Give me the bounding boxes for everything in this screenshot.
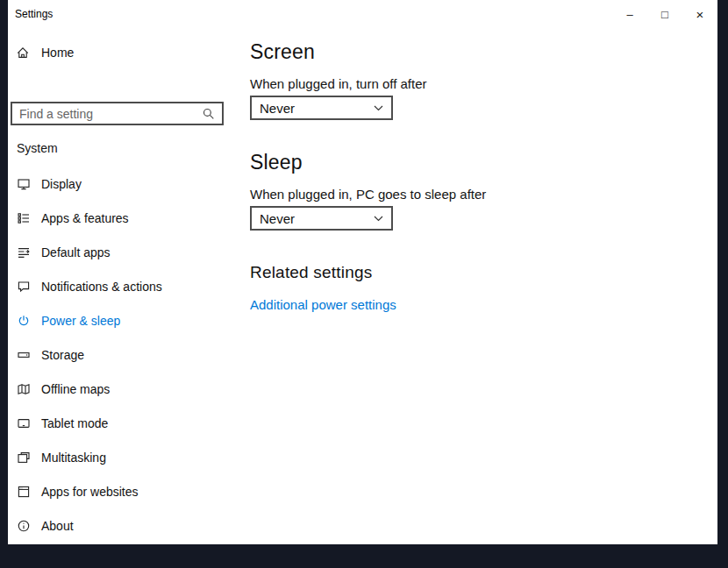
settings-window: Settings – □ × Home (8, 0, 717, 544)
sidebar-item-about[interactable]: About (8, 508, 241, 543)
offline-maps-icon (16, 381, 31, 396)
about-icon (16, 518, 31, 533)
sidebar-item-label: Display (41, 177, 82, 191)
sidebar-item-label: Apps for websites (41, 485, 139, 499)
screen-timeout-dropdown[interactable]: Never (250, 96, 393, 120)
display-icon (16, 176, 31, 191)
notifications-icon (16, 279, 31, 294)
window-title: Settings (8, 8, 53, 20)
maximize-button[interactable]: □ (647, 0, 682, 28)
sidebar-nav-list: Display Apps & features (8, 167, 241, 543)
sidebar-item-multitasking[interactable]: Multitasking (8, 440, 241, 474)
sidebar-item-storage[interactable]: Storage (8, 337, 241, 372)
sidebar-item-notifications[interactable]: Notifications & actions (8, 269, 241, 303)
sleep-timeout-value: Never (260, 211, 295, 226)
apps-features-icon (16, 210, 31, 225)
search-box[interactable] (11, 102, 224, 125)
sidebar-item-display[interactable]: Display (8, 167, 241, 201)
sidebar-item-label: Multitasking (41, 451, 106, 465)
sidebar-item-label: Storage (41, 348, 84, 362)
sidebar-item-apps-features[interactable]: Apps & features (8, 201, 241, 235)
tablet-mode-icon (16, 415, 31, 430)
titlebar: Settings – □ × (8, 0, 717, 28)
sidebar-item-label: Notifications & actions (41, 280, 162, 294)
main-content: Screen When plugged in, turn off after N… (250, 28, 717, 544)
screen-timeout-value: Never (260, 101, 295, 116)
storage-icon (16, 347, 31, 362)
close-button[interactable]: × (682, 0, 717, 28)
sidebar-item-label: Apps & features (41, 211, 129, 225)
additional-power-settings-link[interactable]: Additional power settings (250, 297, 396, 312)
default-apps-icon (16, 245, 31, 259)
window-controls: – □ × (612, 0, 717, 28)
sidebar-item-power-sleep[interactable]: Power & sleep (8, 303, 241, 337)
sidebar-item-home[interactable]: Home (8, 39, 249, 66)
power-icon (16, 313, 31, 328)
sleep-timeout-dropdown[interactable]: Never (250, 206, 393, 231)
home-icon (16, 46, 31, 60)
search-icon[interactable] (202, 107, 216, 121)
sidebar-section-system: System (17, 141, 58, 155)
chevron-down-icon (374, 105, 383, 111)
apps-for-websites-icon (16, 484, 31, 499)
sidebar-item-label: Offline maps (41, 382, 110, 396)
screen-heading: Screen (250, 40, 315, 64)
sidebar-item-default-apps[interactable]: Default apps (8, 235, 241, 269)
search-input[interactable] (12, 107, 202, 121)
sidebar-item-label: Power & sleep (41, 314, 120, 328)
sleep-setting-label: When plugged in, PC goes to sleep after (250, 187, 486, 202)
sidebar-item-label: Tablet mode (41, 416, 108, 430)
sleep-heading: Sleep (250, 151, 303, 174)
sidebar-item-label: Home (41, 46, 74, 60)
sidebar-item-label: Default apps (41, 245, 111, 259)
sidebar-item-label: About (41, 519, 74, 533)
sidebar-item-tablet-mode[interactable]: Tablet mode (8, 406, 241, 440)
screen-setting-label: When plugged in, turn off after (250, 76, 427, 91)
sidebar-item-apps-for-websites[interactable]: Apps for websites (8, 474, 241, 508)
chevron-down-icon (374, 216, 383, 222)
minimize-button[interactable]: – (612, 0, 647, 28)
sidebar-item-offline-maps[interactable]: Offline maps (8, 372, 241, 406)
related-settings-heading: Related settings (250, 263, 372, 282)
sidebar: Home System Display (8, 28, 241, 544)
multitasking-icon (16, 450, 31, 465)
